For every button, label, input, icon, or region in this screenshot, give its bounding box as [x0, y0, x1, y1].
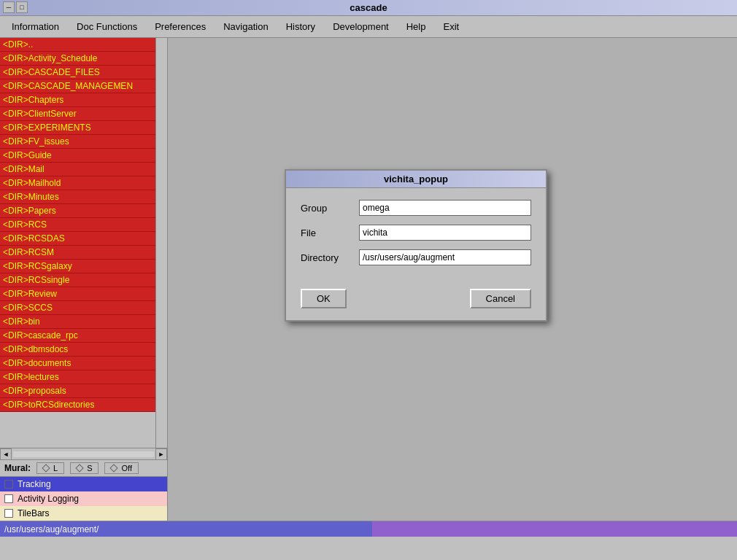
list-item[interactable]: <DIR>Minutes: [0, 190, 155, 204]
list-item[interactable]: <DIR>dbmsdocs: [0, 343, 155, 357]
tilebars-label: TileBars: [18, 508, 50, 518]
file-input[interactable]: [359, 225, 531, 241]
list-item[interactable]: <DIR>lectures: [0, 370, 155, 384]
checkboxes-panel: Tracking Activity Logging TileBars: [0, 476, 167, 521]
dialog: vichita_popup Group File Directory OK Ca…: [285, 169, 547, 322]
maximize-button[interactable]: □: [16, 1, 28, 13]
list-item[interactable]: <DIR>bin: [0, 315, 155, 329]
list-item[interactable]: <DIR>RCS: [0, 218, 155, 232]
left-panel: <DIR>..<DIR>Activity_Schedule<DIR>CASCAD…: [0, 38, 168, 521]
list-item[interactable]: <DIR>FV_issues: [0, 135, 155, 149]
list-item[interactable]: <DIR>CASCADE_FILES: [0, 66, 155, 79]
list-item[interactable]: <DIR>RCSM: [0, 246, 155, 260]
scroll-right-button[interactable]: ►: [155, 448, 167, 460]
main-content: <DIR>..<DIR>Activity_Schedule<DIR>CASCAD…: [0, 38, 737, 521]
status-path: /usr/users/aug/augment/: [0, 521, 372, 537]
title-bar: ─ □ cascade: [0, 0, 737, 16]
list-item[interactable]: <DIR>..: [0, 38, 155, 52]
mural-s-label: S: [87, 464, 92, 472]
group-row: Group: [301, 200, 531, 216]
list-item[interactable]: <DIR>ClientServer: [0, 107, 155, 121]
menu-item-information[interactable]: Information: [3, 18, 68, 35]
mural-l-button[interactable]: L: [36, 462, 64, 474]
list-item[interactable]: <DIR>Mail: [0, 163, 155, 176]
activity-logging-checkbox[interactable]: [4, 494, 13, 503]
dialog-buttons: OK Cancel: [286, 286, 546, 320]
tilebars-row[interactable]: TileBars: [0, 506, 167, 521]
activity-logging-label: Activity Logging: [18, 494, 79, 504]
menu-item-help[interactable]: Help: [398, 18, 435, 35]
menu-item-navigation[interactable]: Navigation: [215, 18, 277, 35]
mural-off-button[interactable]: Off: [104, 462, 138, 474]
mural-off-label: Off: [121, 464, 131, 472]
scroll-track[interactable]: [13, 451, 154, 457]
tracking-label: Tracking: [18, 479, 51, 489]
vertical-scrollbar[interactable]: [155, 38, 167, 448]
list-item[interactable]: <DIR>Papers: [0, 204, 155, 218]
file-list-container: <DIR>..<DIR>Activity_Schedule<DIR>CASCAD…: [0, 38, 167, 448]
menu-item-development[interactable]: Development: [324, 18, 398, 35]
file-list[interactable]: <DIR>..<DIR>Activity_Schedule<DIR>CASCAD…: [0, 38, 155, 448]
list-item[interactable]: <DIR>CASCADE_MANAGEMEN: [0, 79, 155, 93]
list-item[interactable]: <DIR>documents: [0, 357, 155, 370]
title-bar-controls: ─ □: [3, 1, 28, 13]
ok-button[interactable]: OK: [301, 289, 347, 308]
horizontal-scrollbar: ◄ ►: [0, 448, 167, 459]
group-label: Group: [301, 203, 359, 214]
mural-off-diamond: [110, 464, 118, 472]
list-item[interactable]: <DIR>Review: [0, 287, 155, 301]
list-item[interactable]: <DIR>Mailhold: [0, 176, 155, 190]
tracking-checkbox[interactable]: [4, 480, 13, 489]
mural-s-diamond: [75, 464, 83, 472]
tracking-row[interactable]: Tracking: [0, 477, 167, 491]
mural-s-button[interactable]: S: [70, 462, 99, 474]
menu-item-history[interactable]: History: [277, 18, 324, 35]
mural-l-label: L: [53, 464, 58, 472]
list-item[interactable]: <DIR>cascade_rpc: [0, 329, 155, 343]
menu-bar: InformationDoc FunctionsPreferencesNavig…: [0, 16, 737, 38]
window-title: cascade: [350, 2, 387, 13]
list-item[interactable]: <DIR>RCSDAS: [0, 232, 155, 246]
status-bar: /usr/users/aug/augment/: [0, 521, 737, 537]
dialog-body: Group File Directory: [286, 188, 546, 286]
list-item[interactable]: <DIR>Activity_Schedule: [0, 52, 155, 66]
list-item[interactable]: <DIR>toRCSdirectories: [0, 398, 155, 412]
list-item[interactable]: <DIR>RCSsingle: [0, 273, 155, 287]
directory-label: Directory: [301, 252, 359, 263]
mural-label: Mural:: [4, 463, 31, 473]
tilebars-checkbox[interactable]: [4, 509, 13, 518]
list-item[interactable]: <DIR>proposals: [0, 384, 155, 398]
directory-input[interactable]: [359, 249, 531, 265]
dialog-title: vichita_popup: [286, 171, 546, 188]
menu-item-doc-functions[interactable]: Doc Functions: [68, 18, 146, 35]
menu-item-exit[interactable]: Exit: [434, 18, 468, 35]
scroll-left-button[interactable]: ◄: [0, 448, 12, 460]
cancel-button[interactable]: Cancel: [470, 289, 531, 308]
file-row: File: [301, 225, 531, 241]
mural-bar: Mural: L S Off: [0, 459, 167, 476]
menu-item-preferences[interactable]: Preferences: [146, 18, 215, 35]
status-right: [372, 521, 737, 537]
list-item[interactable]: <DIR>SCCS: [0, 301, 155, 315]
list-item[interactable]: <DIR>Guide: [0, 149, 155, 163]
group-input[interactable]: [359, 200, 531, 216]
list-item[interactable]: <DIR>RCSgalaxy: [0, 260, 155, 273]
file-label: File: [301, 228, 359, 238]
activity-logging-row[interactable]: Activity Logging: [0, 491, 167, 506]
directory-row: Directory: [301, 249, 531, 265]
right-area: vichita_popup Group File Directory OK Ca…: [168, 38, 737, 521]
list-item[interactable]: <DIR>EXPERIMENTS: [0, 121, 155, 135]
mural-l-diamond: [42, 464, 50, 472]
list-item[interactable]: <DIR>Chapters: [0, 93, 155, 107]
minimize-button[interactable]: ─: [3, 1, 15, 13]
